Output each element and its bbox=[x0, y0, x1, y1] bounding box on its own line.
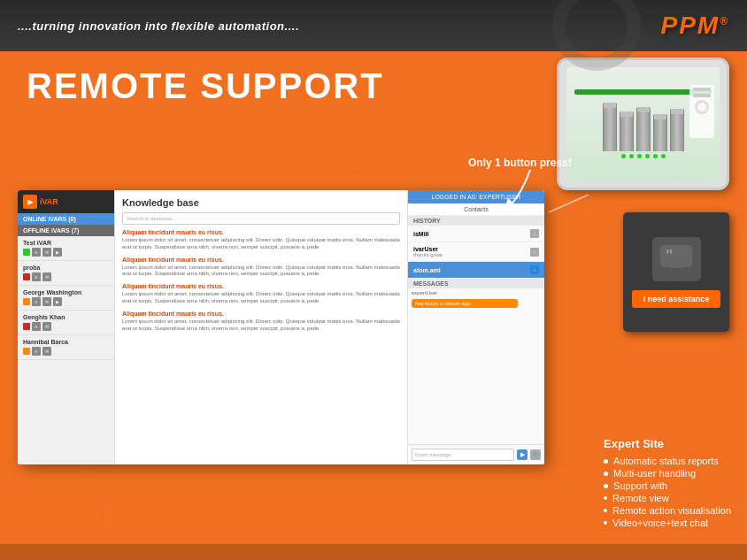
sidebar-item-hannibal[interactable]: Hannibal Barca ≡ ✉ bbox=[18, 335, 114, 360]
ctrl-icon-8: ▶ bbox=[53, 297, 62, 306]
chat-user-ismill[interactable]: isMill ○ bbox=[408, 226, 544, 242]
bottom-strip bbox=[0, 544, 747, 560]
sub-bullet-1 bbox=[604, 496, 607, 500]
machine-body-1 bbox=[604, 108, 616, 151]
tablet-machines bbox=[574, 98, 712, 151]
header-bar: ....turning innovation into flexible aut… bbox=[0, 0, 747, 51]
panel-bar-2 bbox=[693, 94, 711, 97]
quote-icon: " bbox=[652, 237, 701, 281]
dot-3 bbox=[637, 154, 642, 158]
quote-svg: " bbox=[658, 243, 694, 274]
sidebar-item-name-3: George Washington bbox=[23, 289, 109, 295]
machine-body-5 bbox=[671, 114, 683, 151]
kb-entry-4: Aliquam tincidunt mauris eu risus. Lorem… bbox=[122, 311, 400, 333]
kb-entry-text-1: Lorem ipsum dolor sit amet, consectetuer… bbox=[122, 237, 400, 251]
main-background: ....turning innovation into flexible aut… bbox=[0, 0, 747, 560]
ppm-logo-text: PPM® bbox=[660, 12, 729, 40]
bullet-1 bbox=[604, 459, 608, 464]
kb-entry-title-4: Aliquam tincidunt mauris eu risus. bbox=[122, 311, 400, 317]
kb-entry-text-3: Lorem ipsum dolor sit amet, consectetuer… bbox=[122, 291, 400, 305]
expert-site-title: Expert Site bbox=[604, 437, 731, 450]
assistance-panel: " I need assistance bbox=[623, 212, 729, 332]
sidebar-item-controls: ≡ ✉ ▶ bbox=[23, 248, 109, 257]
tablet-right-panel bbox=[689, 85, 714, 138]
dot-4 bbox=[645, 154, 650, 158]
header-tagline: ....turning innovation into flexible aut… bbox=[18, 19, 299, 33]
decorative-circle-2 bbox=[322, 106, 393, 177]
sidebar-item-name: Test iVAR bbox=[23, 240, 109, 246]
sidebar-logo: ▶ iVAR bbox=[18, 190, 114, 213]
chat-message-wrap: expertUser few hours a minute ago bbox=[408, 288, 544, 444]
sidebar-item-proba[interactable]: proba ≡ ✉ bbox=[18, 261, 114, 286]
kb-entry-text-4: Lorem ipsum dolor sit amet, consectetuer… bbox=[122, 318, 400, 333]
expert-item-1: Automatic status reports bbox=[604, 455, 731, 467]
chat-section: LOGGED IN AS: EXPERTUSER Contacts HISTOR… bbox=[407, 190, 544, 464]
ctrl-icon-4: ≡ bbox=[32, 272, 41, 281]
kb-search-input[interactable]: Search in database... bbox=[122, 212, 400, 225]
chat-input-area: Enter message ▶ 📎 bbox=[408, 444, 544, 464]
ctrl-icon-6: ≡ bbox=[32, 297, 41, 306]
ctrl-icon-5: ✉ bbox=[42, 272, 51, 281]
expert-list: Automatic status reports Multi-user hand… bbox=[604, 455, 731, 529]
sub-bullet-2 bbox=[604, 509, 607, 512]
kb-entry-title-1: Aliquam tincidunt mauris eu risus. bbox=[122, 229, 400, 235]
sub-bullet-3 bbox=[604, 521, 607, 525]
sidebar-logo-symbol: ▶ bbox=[27, 198, 33, 206]
dot-6 bbox=[661, 154, 666, 158]
sidebar-logo-icon: ▶ bbox=[23, 195, 37, 209]
ppm-logo: PPM® bbox=[660, 12, 729, 40]
tablet-content bbox=[574, 89, 712, 158]
ui-main: Knowledge base Search in database... Ali… bbox=[115, 190, 544, 464]
ctrl-icon-9: ≡ bbox=[32, 322, 41, 331]
dot-5 bbox=[653, 154, 658, 158]
sidebar-item-controls-3: ≡ ✉ ▶ bbox=[23, 297, 109, 306]
ui-mockup: ▶ iVAR ONLINE iVARS (0) OFFLINE iVARS (7… bbox=[18, 190, 544, 464]
ctrl-icon-12: ✉ bbox=[42, 347, 51, 356]
sidebar-item-genghis[interactable]: Genghis Khan ≡ ✉ bbox=[18, 311, 114, 335]
chat-messages-label: MESSAGES bbox=[408, 279, 544, 288]
led-orange-3 bbox=[23, 298, 30, 305]
machine-2 bbox=[620, 111, 634, 151]
sidebar-item-name-5: Hannibal Barca bbox=[23, 339, 109, 345]
chat-message-bubble: few hours a minute ago bbox=[412, 299, 518, 308]
assistance-button[interactable]: I need assistance bbox=[632, 290, 720, 308]
chat-user-info-2: ivarUser thanks great bbox=[413, 246, 443, 257]
expert-info: Expert Site Automatic status reports Mul… bbox=[604, 437, 731, 529]
chat-user-icon-2: ○ bbox=[530, 248, 539, 257]
sidebar-item-test-ivar[interactable]: Test iVAR ≡ ✉ ▶ bbox=[18, 236, 114, 261]
chat-user-name-1: isMill bbox=[413, 231, 429, 237]
chat-user-ivaruser[interactable]: ivarUser thanks great ○ bbox=[408, 242, 544, 262]
sidebar-offline-section: OFFLINE iVARS (7) bbox=[18, 225, 114, 236]
kb-entry-title-2: Aliquam tincidunt mauris eu risus. bbox=[122, 257, 400, 263]
sidebar-logo-text: iVAR bbox=[40, 197, 58, 206]
chat-user-info-3: atom.aml bbox=[413, 267, 441, 273]
expert-sub-item-2: Remote action visualisation bbox=[604, 504, 731, 517]
chat-user-atom[interactable]: atom.aml ○ bbox=[408, 262, 544, 279]
machine-4 bbox=[653, 114, 667, 151]
panel-bar-1 bbox=[693, 88, 711, 91]
sidebar-item-controls-5: ≡ ✉ bbox=[23, 347, 109, 356]
machine-5 bbox=[670, 109, 684, 151]
led-orange-5 bbox=[23, 348, 30, 355]
sidebar-item-george[interactable]: George Washington ≡ ✉ ▶ bbox=[18, 286, 114, 311]
led-green bbox=[23, 249, 30, 256]
chat-send-btn[interactable]: ▶ bbox=[517, 449, 528, 460]
ctrl-icon-1: ≡ bbox=[32, 248, 41, 257]
chat-sender: expertUser bbox=[408, 288, 544, 297]
chat-input[interactable]: Enter message bbox=[412, 449, 514, 461]
panel-circle bbox=[695, 100, 709, 114]
chat-attach-btn[interactable]: 📎 bbox=[530, 449, 541, 460]
bullet-2 bbox=[604, 472, 608, 476]
main-title: REMOTE SUPPORT bbox=[27, 66, 384, 106]
expert-sub-item-1: Remote view bbox=[604, 492, 731, 504]
bullet-3 bbox=[604, 484, 608, 488]
sidebar-item-controls-2: ≡ ✉ bbox=[23, 272, 109, 281]
ctrl-icon-7: ✉ bbox=[42, 297, 51, 306]
arrow-svg: Only 1 button press! bbox=[459, 150, 636, 221]
svg-text:Only 1 button press!: Only 1 button press! bbox=[468, 157, 572, 169]
machine-body-3 bbox=[637, 112, 650, 151]
chat-input-placeholder: Enter message bbox=[415, 452, 451, 457]
ui-content-area: Knowledge base Search in database... Ali… bbox=[115, 190, 544, 464]
ctrl-icon-10: ✉ bbox=[42, 322, 51, 331]
led-red-2 bbox=[23, 273, 30, 280]
